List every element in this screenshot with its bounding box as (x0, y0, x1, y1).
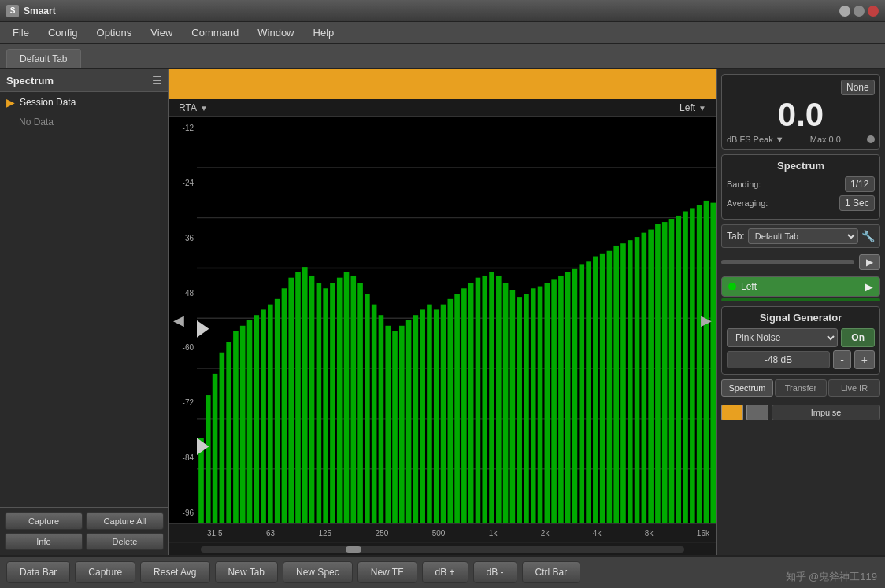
svg-rect-19 (282, 288, 287, 523)
banding-select[interactable]: 1/12 (845, 176, 875, 192)
tab-select[interactable]: Default Tab (748, 228, 858, 244)
capture-bottom-button[interactable]: Capture (75, 561, 135, 583)
tab-bar: Default Tab (0, 44, 885, 69)
svg-rect-44 (454, 294, 460, 523)
svg-rect-45 (461, 288, 467, 523)
averaging-select[interactable]: 1 Sec (839, 195, 875, 211)
folder-icon: ▶ (6, 96, 15, 109)
new-tab-button[interactable]: New Tab (215, 561, 278, 583)
x-label-2: 63 (266, 529, 275, 538)
svg-rect-81 (710, 203, 716, 523)
capture-button[interactable]: Capture (5, 512, 83, 530)
svg-rect-53 (517, 297, 522, 523)
svg-rect-64 (593, 257, 598, 523)
new-tf-button[interactable]: New TF (357, 561, 417, 583)
db-minus-button[interactable]: dB - (473, 561, 517, 583)
menu-file[interactable]: File (3, 24, 39, 42)
playback-track[interactable] (721, 260, 854, 264)
svg-rect-23 (309, 276, 315, 523)
minus-button[interactable]: - (833, 350, 851, 369)
signal-slider[interactable] (721, 298, 880, 301)
menu-help[interactable]: Help (304, 24, 344, 42)
capture-all-button[interactable]: Capture All (86, 512, 164, 530)
bottom-bar: Data Bar Capture Reset Avg New Tab New S… (0, 555, 885, 588)
svg-rect-30 (357, 283, 363, 523)
svg-rect-78 (690, 208, 695, 523)
minimize-button[interactable] (839, 6, 850, 17)
menu-window[interactable]: Window (248, 24, 303, 42)
svg-rect-32 (372, 305, 377, 523)
chart-scroll-right[interactable]: ▶ (701, 312, 712, 329)
plus-button[interactable]: + (854, 350, 875, 369)
data-bar-button[interactable]: Data Bar (6, 561, 70, 583)
db-plus-button[interactable]: dB + (422, 561, 468, 583)
averaging-label: Averaging: (727, 198, 768, 208)
svg-rect-10 (220, 353, 225, 523)
delete-button[interactable]: Delete (86, 533, 164, 550)
tab-row: Tab: Default Tab 🔧 (721, 224, 880, 248)
svg-rect-68 (620, 243, 626, 523)
app-icon: S (6, 5, 19, 17)
level-meter: None 0.0 dB FS Peak ▼ Max 0.0 (721, 74, 880, 150)
reset-avg-button[interactable]: Reset Avg (140, 561, 209, 583)
svg-rect-17 (268, 305, 273, 523)
meter-label[interactable]: dB FS Peak ▼ (727, 135, 784, 144)
close-button[interactable] (868, 6, 879, 17)
sidebar-menu-icon[interactable]: ☰ (152, 74, 162, 87)
play-button[interactable]: ▶ (859, 254, 880, 270)
session-data-label: Session Data (20, 97, 76, 108)
x-labels: 31.5 63 125 250 500 1k 2k 4k 8k 16k (201, 529, 716, 538)
menu-command[interactable]: Command (182, 24, 248, 42)
rta-arrow[interactable]: ▼ (200, 104, 208, 113)
y-label-4: -48 (172, 289, 194, 298)
svg-rect-12 (233, 331, 239, 523)
menu-bar: File Config Options View Command Window … (0, 22, 885, 44)
svg-rect-60 (565, 272, 571, 523)
svg-rect-18 (275, 299, 280, 523)
svg-rect-40 (427, 305, 432, 523)
color-box-orange[interactable] (721, 405, 743, 420)
color-box-gray[interactable] (746, 405, 768, 420)
db-row: -48 dB - + (727, 350, 875, 369)
mode-tabs: Spectrum Transfer Live IR (721, 379, 880, 397)
svg-rect-77 (683, 211, 688, 523)
sidebar-item-session[interactable]: ▶ Session Data (0, 92, 168, 113)
info-button[interactable]: Info (5, 533, 83, 550)
ctrl-bar-button[interactable]: Ctrl Bar (522, 561, 581, 583)
wrench-icon[interactable]: 🔧 (861, 230, 875, 242)
on-button[interactable]: On (841, 328, 875, 347)
chart-scroll-bar[interactable] (169, 542, 716, 555)
db-value-label: -48 dB (727, 351, 830, 368)
y-label-5: -60 (172, 343, 194, 352)
no-data-label: No Data (19, 116, 54, 128)
svg-rect-20 (288, 278, 294, 523)
svg-rect-52 (510, 290, 516, 523)
y-label-6: -72 (172, 398, 194, 407)
main-content: Spectrum ☰ ▶ Session Data No Data Captur… (0, 69, 885, 555)
menu-view[interactable]: View (141, 24, 182, 42)
none-select[interactable]: None (841, 80, 875, 95)
max-label: Max 0.0 (810, 135, 841, 144)
impulse-button[interactable]: Impulse (772, 405, 880, 420)
svg-rect-74 (662, 222, 668, 523)
maximize-button[interactable] (854, 6, 865, 17)
spectrum-section: Spectrum Banding: 1/12 Averaging: 1 Sec (721, 154, 880, 220)
signal-play-icon[interactable]: ▶ (865, 280, 873, 293)
left-arrow[interactable]: ▼ (698, 104, 706, 113)
new-spec-button[interactable]: New Spec (283, 561, 353, 583)
x-label-3: 125 (318, 529, 331, 538)
scroll-track[interactable] (201, 546, 684, 553)
svg-rect-71 (642, 233, 647, 523)
sidebar-bottom: Capture Capture All Info Delete (0, 507, 168, 555)
tab-default[interactable]: Default Tab (6, 49, 81, 68)
noise-type-select[interactable]: Pink Noise (727, 328, 838, 347)
chart-scroll-left[interactable]: ◀ (173, 312, 184, 329)
svg-rect-25 (323, 288, 328, 523)
mode-tab-spectrum[interactable]: Spectrum (721, 379, 773, 397)
mode-tab-transfer[interactable]: Transfer (775, 379, 827, 397)
playback-row: ▶ (721, 253, 880, 272)
menu-options[interactable]: Options (87, 24, 142, 42)
menu-config[interactable]: Config (39, 24, 87, 42)
scroll-thumb[interactable] (346, 546, 361, 553)
mode-tab-liveir[interactable]: Live IR (828, 379, 880, 397)
